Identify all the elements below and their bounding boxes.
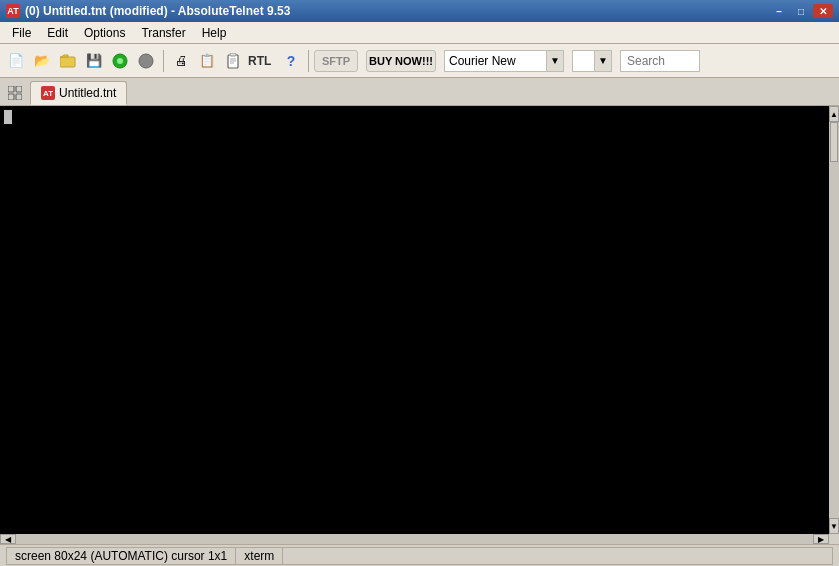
- scrollbar-vertical[interactable]: ▲ ▼: [829, 106, 839, 534]
- main-area: ▲ ▼ ◀ ▶: [0, 106, 839, 544]
- scroll-up-button[interactable]: ▲: [829, 106, 839, 122]
- menu-help[interactable]: Help: [194, 24, 235, 42]
- buy-button[interactable]: BUY NOW!!!: [366, 50, 436, 72]
- maximize-button[interactable]: □: [791, 4, 811, 18]
- size-select-wrapper: ▼: [572, 50, 612, 72]
- scrollbar-track-h[interactable]: [16, 534, 813, 544]
- new-file-button[interactable]: 📄: [4, 49, 28, 73]
- scrollbar-thumb-v[interactable]: [830, 122, 838, 162]
- status-bar: screen 80x24 (AUTOMATIC) cursor 1x1 xter…: [0, 544, 839, 566]
- copy-button[interactable]: 📋: [195, 49, 219, 73]
- scrollbar-horizontal[interactable]: ◀ ▶: [0, 534, 829, 544]
- menu-bar: File Edit Options Transfer Help: [0, 22, 839, 44]
- open-button[interactable]: 📂: [30, 49, 54, 73]
- window-title: (0) Untitled.tnt (modified) - AbsoluteTe…: [25, 4, 290, 18]
- svg-rect-12: [8, 94, 14, 100]
- tab-switcher-button[interactable]: [4, 83, 26, 103]
- screen-info-segment: screen 80x24 (AUTOMATIC) cursor 1x1: [6, 547, 235, 565]
- connect-button[interactable]: [108, 49, 132, 73]
- scrollbar-corner: [829, 534, 839, 544]
- menu-options[interactable]: Options: [76, 24, 133, 42]
- cursor-line: [4, 110, 825, 124]
- window-controls: – □ ✕: [769, 4, 833, 18]
- screen-info-text: screen 80x24 (AUTOMATIC) cursor 1x1: [15, 549, 227, 563]
- svg-rect-0: [60, 57, 75, 67]
- print-button[interactable]: 🖨: [169, 49, 193, 73]
- open-folder-button[interactable]: [56, 49, 80, 73]
- close-button[interactable]: ✕: [813, 4, 833, 18]
- svg-point-3: [139, 54, 153, 68]
- help-button[interactable]: ?: [279, 49, 303, 73]
- menu-transfer[interactable]: Transfer: [133, 24, 193, 42]
- terminal-container[interactable]: ▲ ▼ ◀ ▶: [0, 106, 839, 544]
- separator-1: [163, 50, 164, 72]
- scrollbar-track-v[interactable]: [829, 122, 839, 518]
- minimize-button[interactable]: –: [769, 4, 789, 18]
- svg-rect-13: [16, 94, 22, 100]
- terminal-content[interactable]: [0, 106, 829, 534]
- disconnect-button[interactable]: [134, 49, 158, 73]
- menu-edit[interactable]: Edit: [39, 24, 76, 42]
- tab-icon: AT: [41, 86, 55, 100]
- search-input[interactable]: [620, 50, 700, 72]
- scroll-right-button[interactable]: ▶: [813, 534, 829, 544]
- paste-button[interactable]: [221, 49, 245, 73]
- scroll-down-button[interactable]: ▼: [829, 518, 839, 534]
- tab-label: Untitled.tnt: [59, 86, 116, 100]
- svg-rect-5: [230, 53, 236, 56]
- svg-rect-11: [16, 86, 22, 92]
- svg-point-2: [117, 58, 123, 64]
- tab-bar: AT Untitled.tnt: [0, 78, 839, 106]
- toolbar: 📄 📂 💾 🖨 📋 RTL ? SFTP BUY NOW!!! Courier …: [0, 44, 839, 78]
- title-bar: AT (0) Untitled.tnt (modified) - Absolut…: [0, 0, 839, 22]
- sftp-button[interactable]: SFTP: [314, 50, 358, 72]
- scroll-left-button[interactable]: ◀: [0, 534, 16, 544]
- tab-untitled[interactable]: AT Untitled.tnt: [30, 81, 127, 105]
- menu-file[interactable]: File: [4, 24, 39, 42]
- extra-segment: [282, 547, 833, 565]
- cursor-block: [4, 110, 12, 124]
- separator-2: [308, 50, 309, 72]
- term-type-segment: xterm: [235, 547, 282, 565]
- font-select-wrapper: Courier New ▼: [444, 50, 564, 72]
- save-button[interactable]: 💾: [82, 49, 106, 73]
- term-type-text: xterm: [244, 549, 274, 563]
- size-select[interactable]: [572, 50, 612, 72]
- font-select[interactable]: Courier New: [444, 50, 564, 72]
- rtl-button[interactable]: RTL: [247, 49, 277, 73]
- app-icon: AT: [6, 4, 20, 18]
- svg-rect-10: [8, 86, 14, 92]
- svg-text:RTL: RTL: [248, 54, 271, 68]
